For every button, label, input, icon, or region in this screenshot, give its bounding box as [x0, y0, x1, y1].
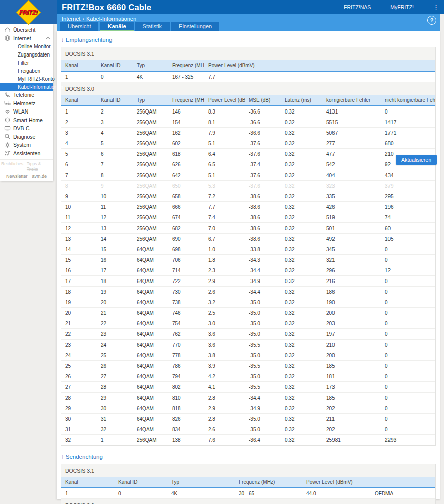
table-cell: 404 [322, 170, 381, 181]
table-cell: 379 [381, 181, 435, 191]
table-cell: 1 [97, 435, 133, 445]
table-cell: -34.3 [245, 255, 281, 265]
table-cell: 698 [168, 244, 204, 255]
refresh-button[interactable]: Aktualisieren [396, 155, 437, 165]
table-cell: 64QAM [133, 382, 168, 393]
table-cell: 44.0 [302, 488, 371, 499]
table-row: 89256QAM6505.3-37.60.32323379 [61, 181, 435, 191]
table-cell: 7.9 [204, 128, 245, 138]
table-cell: 64QAM [133, 318, 168, 329]
sidebar-item-zugangsdaten[interactable]: Zugangsdaten [0, 50, 53, 59]
table-cell: 14 [61, 244, 97, 255]
table-cell: 21 [97, 308, 133, 318]
table-row: 222364QAM7623.6-35.00.321970 [61, 329, 435, 340]
sidebar-item-online-monitor[interactable]: Online-Monitor [0, 42, 53, 50]
table-cell: 146 [168, 106, 204, 117]
table-cell: 4 [61, 138, 97, 149]
table-cell: 64QAM [133, 350, 168, 361]
table-cell: -38.6 [245, 223, 281, 234]
table-cell: 519 [322, 212, 381, 223]
table-cell: 2 [97, 106, 133, 117]
send-docsis31-table: KanalKanal IDTypFrequenz (MHz)Power Leve… [61, 477, 435, 499]
table-cell: 0 [381, 308, 435, 318]
table-cell: -34.4 [245, 393, 281, 403]
sidebar-item-kabel-informationen[interactable]: Kabel-Informationen [0, 83, 53, 91]
table-cell: 335 [322, 191, 381, 202]
table-cell: 14 [97, 234, 133, 244]
table-cell: 30 [97, 403, 133, 414]
tab-kanäle[interactable]: Kanäle [100, 22, 133, 31]
sidebar-item-dvb-c[interactable]: DVB-C [0, 124, 53, 133]
fritz-logo[interactable]: FRITZ! [0, 0, 57, 24]
table-cell: -38.6 [245, 234, 281, 244]
table-cell: 0.32 [281, 138, 322, 149]
table-cell: 0 [381, 329, 435, 340]
tab-einstellungen[interactable]: Einstellungen [171, 22, 219, 31]
footer-link-avm-de[interactable]: avm.de [32, 174, 47, 179]
column-header: MSE (dB) [245, 95, 281, 106]
footer-link-newsletter[interactable]: Newsletter [6, 174, 28, 179]
table-cell: 3.9 [204, 361, 245, 371]
help-icon[interactable]: ? [427, 16, 436, 25]
table-cell: 2.6 [204, 287, 245, 297]
sidebar: ÜbersichtInternetOnline-MonitorZugangsda… [0, 24, 53, 181]
table-cell: 492 [322, 234, 381, 244]
topnav-myfritz[interactable]: MyFRITZ! [390, 4, 414, 10]
table-cell: 20 [97, 297, 133, 308]
table-cell: 256QAM [133, 234, 168, 244]
sidebar-item-system[interactable]: System [0, 141, 53, 149]
table-cell: 0.32 [281, 276, 322, 287]
sidebar-item-myfritz-konto[interactable]: MyFRITZ!-Konto [0, 75, 53, 83]
column-header: Typ [167, 477, 235, 488]
kebab-menu-icon[interactable]: ⋮ [433, 4, 439, 11]
sidebar-item-internet[interactable]: Internet [0, 34, 53, 43]
sidebar-footer-links: Newsletteravm.de [1, 172, 52, 179]
table-cell: 1 [61, 71, 97, 82]
table-cell: -36.6 [245, 106, 281, 117]
sidebar-item-heimnetz[interactable]: Heimnetz [0, 99, 53, 108]
table-row: 181964QAM7302.6-34.40.321860 [61, 287, 435, 297]
table-cell: 434 [381, 170, 435, 181]
table-cell: 21 [61, 318, 97, 329]
table-cell: 794 [168, 371, 204, 382]
breadcrumb-section[interactable]: Internet [62, 16, 80, 22]
tab-übersicht[interactable]: Übersicht [60, 22, 98, 31]
sidebar-item-diagnose[interactable]: Diagnose [0, 133, 53, 141]
table-cell: 256QAM [133, 202, 168, 212]
table-row: 242564QAM7783.8-35.00.322000 [61, 350, 435, 361]
table-cell: 0 [381, 244, 435, 255]
send-section-heading[interactable]: ↑Senderichtung [61, 454, 436, 460]
sidebar-item-filter[interactable]: Filter [0, 59, 53, 67]
sidebar-item-smart-home[interactable]: Smart Home [0, 116, 53, 125]
table-cell: 0 [381, 393, 435, 403]
tab-statistik[interactable]: Statistik [135, 22, 170, 31]
sidebar-item-telefonie[interactable]: Telefonie [0, 91, 53, 99]
sidebar-item-label: Übersicht [13, 27, 35, 33]
tv-icon [4, 125, 11, 132]
sidebar-item-assistenten[interactable]: Assistenten [0, 149, 53, 158]
sidebar-item-label: Heimnetz [13, 100, 35, 106]
table-cell: 64QAM [133, 244, 168, 255]
table-cell: 210 [322, 340, 381, 350]
topnav-fritz-nas[interactable]: FRITZ!NAS [344, 4, 371, 10]
column-header: Frequenz (MHz) [235, 477, 302, 488]
tab-bar: ÜbersichtKanäleStatistikEinstellungen [60, 22, 219, 31]
table-cell: -34.4 [245, 265, 281, 276]
table-cell: 722 [168, 276, 204, 287]
sidebar-item-label: Smart Home [13, 117, 43, 123]
table-cell: 256QAM [133, 191, 168, 202]
table-cell: 22 [97, 318, 133, 329]
sidebar-item-übersicht[interactable]: Übersicht [0, 26, 53, 34]
sidebar-item-wlan[interactable]: WLAN [0, 107, 53, 116]
table-cell: 2.8 [204, 414, 245, 424]
table-cell: 746 [168, 308, 204, 318]
table-cell: 64QAM [133, 276, 168, 287]
table-cell: 818 [168, 403, 204, 414]
receive-section-heading[interactable]: ↓Empfangsrichtung [61, 37, 436, 43]
table-cell: 762 [168, 329, 204, 340]
table-cell: 0 [381, 287, 435, 297]
sidebar-item-freigaben[interactable]: Freigaben [0, 67, 53, 75]
table-cell: 64QAM [133, 361, 168, 371]
table-cell: 3.6 [204, 340, 245, 350]
table-cell: 10 [97, 191, 133, 202]
